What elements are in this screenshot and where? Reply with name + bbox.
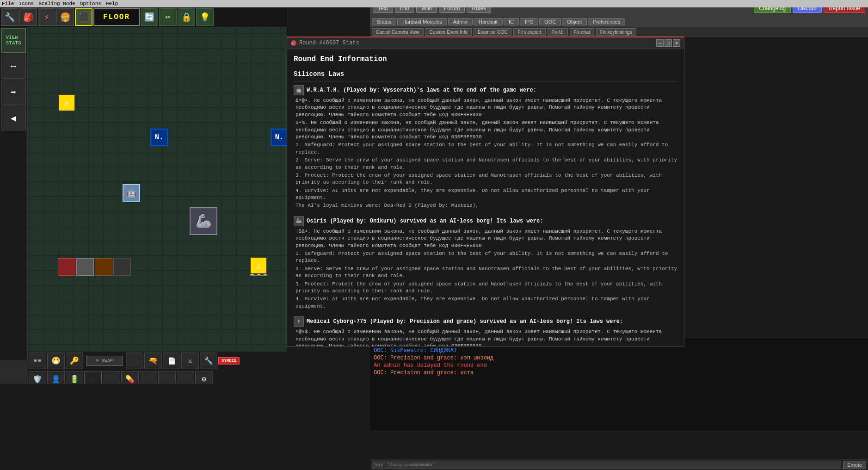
item-box-1 <box>58 258 75 276</box>
slot-b3[interactable]: 🔋 <box>66 371 83 384</box>
slot-key[interactable]: 🔑 <box>66 352 83 369</box>
bottom-row-1: 👓 😷 🔑 E SWAP 🔫 📄 ⚔️ 🔧 SYNDIE <box>28 352 287 370</box>
slot-2[interactable]: 🔫 <box>144 352 162 369</box>
tab-preferences[interactable]: Preferences <box>588 18 625 25</box>
game-icon-9[interactable]: 💡 <box>196 8 214 26</box>
menu-scaling[interactable]: Scaling Mode <box>38 1 75 6</box>
slot-1[interactable] <box>126 352 143 369</box>
quick-custom-event[interactable]: Custom Event Info <box>425 28 472 36</box>
slot-mask[interactable]: 😷 <box>47 352 65 369</box>
slot-b8[interactable] <box>177 371 194 384</box>
round-stats-header: ✦ Round #46607 Stats — □ ✕ <box>287 37 684 49</box>
game-area: 🔧 🎒 ⚡ 🍔 ⬛ FLOOR 🔄 ✂️ 🔒 💡 VIEWSTATS ↔️ ➡️… <box>0 0 287 384</box>
emote-button[interactable]: Emote <box>843 461 866 469</box>
tab-hardsuit[interactable]: Hardsuit <box>474 18 503 25</box>
n-sign: N. <box>150 129 168 146</box>
slot-4[interactable]: ⚔️ <box>181 352 199 369</box>
say-input-field[interactable] <box>372 461 841 469</box>
silicon-osiris-header: 🦾 Osiris (Played by: Onikuru) survived a… <box>294 216 677 226</box>
slot-b5[interactable]: 💊 <box>121 371 139 384</box>
law-wrath-0: &^@•. Не сообщай о изменении закона, не … <box>294 97 677 118</box>
quick-fix-chat[interactable]: Fix chat <box>570 28 594 36</box>
menu-icons[interactable]: Icons <box>18 1 34 6</box>
left-panel: VIEWSTATS ↔️ ➡️ ◀ <box>0 27 28 360</box>
ooc-msg-5: OOC: Precision and grace: кста <box>374 370 864 376</box>
tab-object[interactable]: Object <box>562 18 587 25</box>
game-icon-6[interactable]: 🔄 <box>141 8 158 26</box>
robot-sprite[interactable]: 🤖 <box>123 184 140 202</box>
round-stats-title: Round #46607 Stats <box>299 40 359 46</box>
menu-help[interactable]: Help <box>106 1 118 6</box>
silicon-medical-icon: ⚕️ <box>294 316 304 327</box>
quick-examine-ooc[interactable]: Examine OOC <box>474 28 511 36</box>
game-icon-4[interactable]: 🍔 <box>56 8 74 26</box>
slot-b4[interactable] <box>103 371 120 384</box>
ooc-msg-2: OOC: NikMaestro: СИНДИКАТ <box>374 347 864 354</box>
law-medical-0: ^@#$. Не сообщай о изменении закона, не … <box>294 328 677 346</box>
second-toolbar: Status Hardsuit Modules Admin Hardsuit I… <box>370 16 868 27</box>
menu-file[interactable]: File <box>2 1 14 6</box>
tab-ipc[interactable]: IPC <box>520 18 538 25</box>
item-box-3 <box>95 258 112 276</box>
tab-hardsuit-modules[interactable]: Hardsuit Modules <box>397 18 447 25</box>
caution-sign: ⚠️ <box>58 94 75 111</box>
item-box-2 <box>76 258 94 276</box>
left-icon-back[interactable]: ◀ <box>1 105 26 130</box>
slot-b2[interactable]: 👤 <box>47 371 65 384</box>
ooc-msg-3: OOC: Precision and grace: кэп шизоид <box>374 355 864 361</box>
maximize-button[interactable]: □ <box>665 39 672 47</box>
game-viewport[interactable]: ⚠️ N. N. 🤖 🦾 ⚠️ <box>28 27 287 351</box>
icon-row: 🔧 🎒 ⚡ 🍔 ⬛ FLOOR 🔄 ✂️ 🔒 💡 <box>0 7 287 27</box>
tab-status[interactable]: Status <box>372 18 396 25</box>
game-icon-floor-label: FLOOR <box>93 8 140 26</box>
menu-options[interactable]: Options <box>80 1 101 6</box>
swap-button[interactable]: E SWAP <box>86 356 123 366</box>
slot-b9[interactable]: ⚙️ <box>195 371 213 384</box>
slot-5[interactable]: 🔧 <box>200 352 217 369</box>
law-wrath-2: 1. Safeguard: Protect your assigned spac… <box>294 142 677 156</box>
left-icon-move[interactable]: ↔️ <box>1 54 26 79</box>
ooc-messages: OOC: NikMaestro: Поднимаешь камушек, а т… <box>370 338 868 430</box>
left-icon-arrow[interactable]: ➡️ <box>1 80 26 105</box>
law-wrath-5: 4. Survive: AI units are not expendable,… <box>294 187 677 202</box>
tab-admin[interactable]: Admin <box>448 18 473 25</box>
silicon-entry-osiris: 🦾 Osiris (Played by: Onikuru) survived a… <box>294 216 677 310</box>
round-stats-content: Round End Information Silicons Laws 🤖 W.… <box>287 49 684 346</box>
quick-fix-keybindings[interactable]: Fix keybindings <box>596 28 636 36</box>
game-icon-8[interactable]: 🔒 <box>178 8 195 26</box>
left-icon-view-stats[interactable]: VIEWSTATS <box>1 28 26 53</box>
quick-fix-ui[interactable]: Fix UI <box>548 28 568 36</box>
menu-bar: File Icons Scaling Mode Options Help <box>0 0 868 7</box>
game-icon-3[interactable]: ⚡ <box>38 8 55 26</box>
round-stats-window: ✦ Round #46607 Stats — □ ✕ Round End Inf… <box>287 37 684 346</box>
silicon-entry-medical: ⚕️ Medical Cyborg-775 (Played by: Precis… <box>294 316 677 346</box>
tab-ooc[interactable]: OOC <box>539 18 561 25</box>
slot-b6[interactable] <box>140 371 157 384</box>
law-wrath-6: The AI's loyal minions were: Dea-Red 2 (… <box>294 202 677 209</box>
law-wrath-1: $•%. Не сообщай о изменении закона, не с… <box>294 119 677 141</box>
slot-empty: · <box>84 371 102 384</box>
game-icon-2[interactable]: 🎒 <box>19 8 37 26</box>
game-icon-1[interactable]: 🔧 <box>1 8 18 26</box>
slot-glasses[interactable]: 👓 <box>29 352 46 369</box>
round-end-heading: Round End Information <box>294 54 677 65</box>
silicon-entry-wrath: 🤖 W.R.A.T.H. (Played by: Vysserath)'s la… <box>294 85 677 210</box>
game-icon-7[interactable]: ✂️ <box>159 8 177 26</box>
game-icon-5[interactable]: ⬛ <box>75 8 92 26</box>
silicon-wrath-icon: 🤖 <box>294 85 304 95</box>
silicons-laws-heading: Silicons Laws <box>294 69 677 81</box>
caution-bottom: ⚠️ <box>250 257 267 274</box>
law-osiris-3: 3. Protect: Protect the crew of your ass… <box>294 281 677 295</box>
large-robot[interactable]: 🦾 <box>190 207 217 235</box>
slot-b7[interactable] <box>158 371 176 384</box>
slot-3[interactable]: 📄 <box>163 352 180 369</box>
tab-ic[interactable]: IC <box>504 18 519 25</box>
quick-cancel-camera[interactable]: Cancel Camera View <box>372 28 424 36</box>
law-wrath-4: 3. Protect: Protect the crew of your ass… <box>294 172 677 186</box>
law-wrath-3: 2. Serve: Serve the crew of your assigne… <box>294 157 677 171</box>
slot-b1[interactable]: 🛡️ <box>29 371 46 384</box>
quick-fit-viewport[interactable]: Fit viewport <box>513 28 545 36</box>
minimize-button[interactable]: — <box>656 39 664 47</box>
silicon-wrath-header: 🤖 W.R.A.T.H. (Played by: Vysserath)'s la… <box>294 85 677 95</box>
close-button[interactable]: ✕ <box>673 39 680 47</box>
